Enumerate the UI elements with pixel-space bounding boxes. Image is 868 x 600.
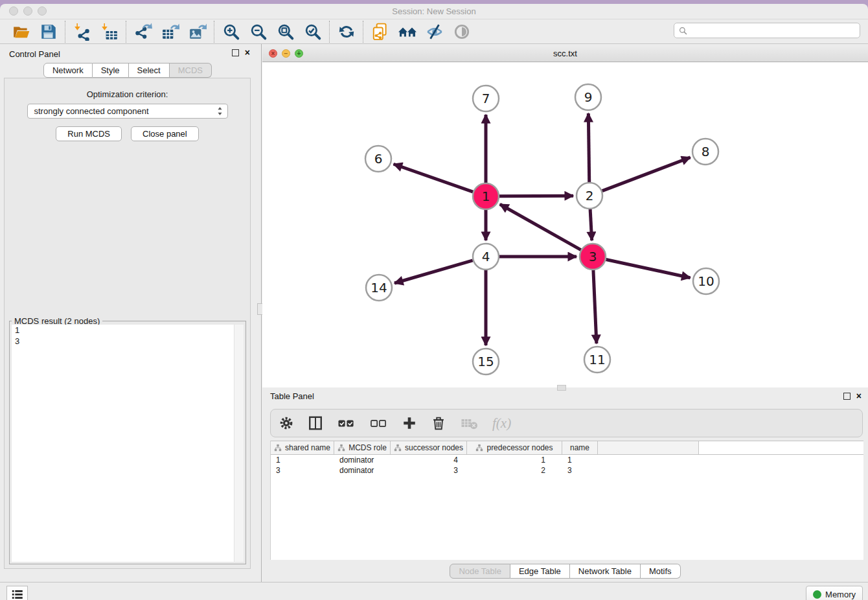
tab-network[interactable]: Network: [43, 63, 93, 78]
export-image-icon[interactable]: [188, 22, 207, 41]
svg-text:8: 8: [702, 144, 710, 159]
cell-predecessor-nodes[interactable]: 1: [467, 455, 562, 465]
import-table-file-icon[interactable]: [100, 22, 119, 41]
cell-shared-name[interactable]: 3: [271, 465, 334, 476]
cell-name[interactable]: 3: [562, 465, 598, 476]
zoom-fit-icon[interactable]: [276, 22, 295, 41]
search-input[interactable]: [691, 24, 860, 37]
titlebar: Session: New Session: [0, 4, 868, 19]
deselect-all-icon[interactable]: [369, 415, 388, 431]
close-panel-button[interactable]: Close panel: [131, 126, 199, 141]
control-panel-tabs: NetworkStyleSelectMCDS: [43, 63, 212, 78]
optimization-criterion-select[interactable]: strongly connected component: [27, 104, 228, 119]
split-panel-icon[interactable]: [308, 415, 323, 431]
graph-edge-3-10[interactable]: [606, 259, 691, 277]
graph-edge-1-6[interactable]: [394, 164, 474, 192]
graph-edge-1-2[interactable]: [499, 196, 573, 196]
table-tab-network-table[interactable]: Network Table: [570, 564, 641, 579]
cell-mcds-role[interactable]: dominator: [334, 455, 391, 465]
graph-edge-2-9[interactable]: [588, 113, 589, 182]
graph-node-14[interactable]: 14: [366, 275, 392, 301]
memory-button[interactable]: Memory: [806, 586, 863, 600]
table-tab-node-table[interactable]: Node Table: [450, 564, 510, 579]
network-minimize-icon[interactable]: −: [282, 49, 290, 58]
cell-name[interactable]: 1: [562, 455, 598, 465]
run-mcds-button[interactable]: Run MCDS: [56, 126, 122, 141]
svg-text:4: 4: [482, 249, 490, 264]
svg-text:7: 7: [482, 91, 490, 106]
graph-edge-2-3[interactable]: [590, 209, 592, 240]
table-close-icon[interactable]: ×: [856, 392, 862, 400]
add-column-icon[interactable]: [402, 415, 417, 431]
cell-successor-nodes[interactable]: 4: [391, 455, 467, 465]
zoom-selected-icon[interactable]: [303, 22, 323, 41]
table-row[interactable]: 1dominator411: [271, 455, 863, 465]
cell-shared-name[interactable]: 1: [271, 455, 334, 465]
svg-text:15: 15: [477, 354, 494, 369]
close-panel-icon[interactable]: ×: [245, 49, 250, 57]
table-row[interactable]: 3dominator323: [271, 465, 863, 476]
column-header-successor-nodes[interactable]: successor nodes: [391, 441, 467, 454]
network-maximize-icon[interactable]: +: [295, 49, 303, 58]
column-header-predecessor-nodes[interactable]: predecessor nodes: [467, 441, 562, 454]
tab-mcds[interactable]: MCDS: [170, 63, 212, 78]
svg-text:3: 3: [589, 249, 597, 264]
network-canvas[interactable]: 7968124314101511: [262, 62, 868, 387]
criterion-selected-value: strongly connected component: [28, 106, 217, 116]
homes-icon[interactable]: [398, 22, 417, 41]
clone-network-icon[interactable]: [371, 22, 390, 41]
table-float-icon[interactable]: [843, 393, 851, 400]
settings-gear-icon[interactable]: [279, 415, 294, 431]
mcds-result-item[interactable]: 3: [12, 336, 234, 347]
save-session-icon[interactable]: [39, 22, 58, 41]
network-close-icon[interactable]: ×: [269, 49, 277, 58]
graph-node-6[interactable]: 6: [365, 146, 391, 172]
cell-mcds-role[interactable]: dominator: [334, 465, 391, 476]
graph-node-4[interactable]: 4: [473, 244, 499, 270]
hide-graphics-details-icon[interactable]: [425, 22, 444, 41]
graph-node-10[interactable]: 10: [693, 268, 719, 294]
open-session-icon[interactable]: [12, 22, 31, 41]
list-icon: [12, 590, 23, 599]
graph-edge-3-11[interactable]: [593, 270, 597, 343]
select-all-icon[interactable]: [337, 415, 356, 431]
export-network-icon[interactable]: [133, 22, 153, 41]
graph-node-7[interactable]: 7: [473, 86, 499, 111]
table-tab-motifs[interactable]: Motifs: [641, 564, 681, 579]
float-panel-icon[interactable]: [232, 49, 239, 56]
control-panel-title: Control Panel: [9, 49, 60, 59]
graph-node-2[interactable]: 2: [577, 183, 602, 209]
graph-node-11[interactable]: 11: [584, 347, 610, 373]
mcds-result-item[interactable]: 1: [12, 325, 234, 336]
cell-successor-nodes[interactable]: 3: [391, 465, 467, 476]
graph-node-1[interactable]: 1: [473, 183, 499, 209]
import-network-file-icon[interactable]: [73, 22, 92, 41]
graph-node-9[interactable]: 9: [575, 84, 601, 110]
status-bar: Memory: [0, 582, 868, 600]
graph-node-15[interactable]: 15: [473, 349, 499, 375]
graph-edge-4-14[interactable]: [394, 260, 473, 283]
column-header-name[interactable]: name: [562, 441, 598, 454]
main-toolbar: [0, 19, 868, 44]
table-toolbar: f(x): [270, 409, 863, 437]
tree-icon: [274, 444, 282, 452]
table-header-row: shared nameMCDS rolesuccessor nodesprede…: [271, 441, 863, 455]
zoom-in-icon[interactable]: [222, 22, 241, 41]
tab-style[interactable]: Style: [93, 63, 129, 78]
column-header-mcds-role[interactable]: MCDS role: [334, 441, 391, 454]
cell-predecessor-nodes[interactable]: 2: [467, 465, 562, 476]
tab-select[interactable]: Select: [129, 63, 170, 78]
svg-text:2: 2: [586, 188, 594, 203]
graph-edge-2-8[interactable]: [602, 157, 691, 191]
refresh-layout-icon[interactable]: [337, 22, 356, 41]
result-scrollbar[interactable]: [234, 325, 244, 562]
task-history-button[interactable]: [6, 586, 28, 600]
graph-node-3[interactable]: 3: [580, 244, 606, 270]
graph-edge-3-1[interactable]: [500, 204, 581, 249]
table-tab-edge-table[interactable]: Edge Table: [510, 564, 570, 579]
graph-node-8[interactable]: 8: [692, 139, 718, 165]
delete-column-icon[interactable]: [431, 415, 446, 431]
column-header-shared-name[interactable]: shared name: [271, 441, 334, 454]
export-table-icon[interactable]: [161, 22, 180, 41]
zoom-out-icon[interactable]: [249, 22, 268, 41]
